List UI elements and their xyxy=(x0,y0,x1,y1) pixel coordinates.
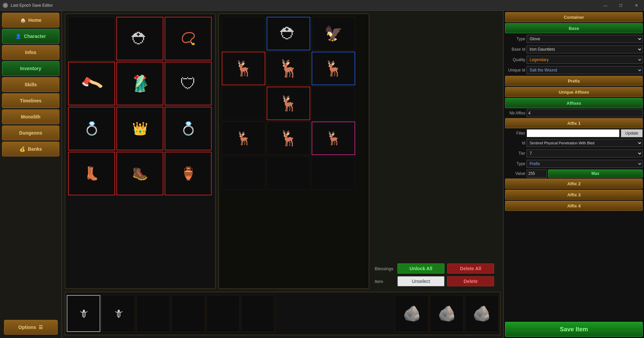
equip-slot-helm[interactable]: ⛑ xyxy=(267,17,310,50)
value-row: Value Max xyxy=(505,170,643,178)
equip-slot-chest[interactable]: 🦌 xyxy=(267,52,310,85)
equip-slot-empty1[interactable] xyxy=(222,17,265,50)
bank-cell-0[interactable]: 🗡 xyxy=(67,295,100,332)
affix3-button[interactable]: Affix 3 xyxy=(505,190,643,200)
ring-item-icon: 💍 xyxy=(84,121,100,136)
value-label: Value xyxy=(505,171,525,176)
sidebar-item-inventory[interactable]: Inventory xyxy=(2,61,59,76)
inv-cell-5[interactable]: 🛡 xyxy=(165,62,212,105)
delete-all-button[interactable]: Delete All xyxy=(447,263,494,274)
inv-cell-6[interactable]: 💍 xyxy=(68,107,115,150)
bank-cell-rock3[interactable]: 🪨 xyxy=(465,295,498,332)
bank-cell-2[interactable] xyxy=(137,295,170,332)
unselect-button[interactable]: Unselect xyxy=(397,276,444,286)
bank-cell-5[interactable] xyxy=(241,295,275,332)
nb-affixes-label: Nb Affixs xyxy=(505,111,525,115)
app-icon xyxy=(3,3,8,8)
bank-cell-3[interactable] xyxy=(171,295,205,332)
weapon-item-icon: 🪓 xyxy=(79,71,104,96)
base-id-select[interactable]: Iron Gauntlets xyxy=(527,45,643,53)
affix-type-label: Type xyxy=(505,161,525,166)
tier-select[interactable]: 7 6 5 4 3 2 1 xyxy=(527,149,643,157)
inv-cell-9[interactable]: 👢 xyxy=(68,152,115,195)
sidebar-character-label: Character xyxy=(24,34,46,39)
nb-affixes-input[interactable] xyxy=(527,109,643,117)
quality-select[interactable]: Common Magic Rare Exalted Legendary xyxy=(527,56,643,64)
inv-cell-3[interactable]: 🪓 xyxy=(68,62,115,105)
inv-cell-2[interactable]: 📿 xyxy=(165,17,212,60)
equip-slot-empty5[interactable] xyxy=(267,156,310,190)
inv-cell-11[interactable]: 🏺 xyxy=(165,152,212,195)
unique-id-field-row: Unique Id Salt the Wound xyxy=(505,65,643,75)
bank-cell-4[interactable] xyxy=(206,295,240,332)
options-button[interactable]: Options ☰ xyxy=(4,320,58,335)
equip-slot-empty4[interactable] xyxy=(222,156,265,190)
content-area: ⛑ 📿 🪓 🥻 🛡 💍 xyxy=(62,11,503,338)
type-select[interactable]: Glove Helmet Body Armour Boots Ring Amul… xyxy=(527,35,643,43)
equip-helm-icon: ⛑ xyxy=(280,24,297,43)
sidebar-item-monolith[interactable]: Monolith xyxy=(2,109,59,124)
maximize-button[interactable]: ☐ xyxy=(613,0,629,11)
close-button[interactable]: ✕ xyxy=(629,0,644,11)
value-input[interactable] xyxy=(527,170,547,178)
max-button[interactable]: Max xyxy=(548,170,643,178)
delete-button[interactable]: Delete xyxy=(447,276,494,286)
affix4-button[interactable]: Affix 4 xyxy=(505,201,643,211)
bank-rock2-icon: 🪨 xyxy=(438,305,456,322)
equip-slot-empty6[interactable] xyxy=(312,156,355,190)
unlock-all-button[interactable]: Unlock All xyxy=(397,263,444,274)
bank-cell-rock2[interactable]: 🪨 xyxy=(430,295,464,332)
equip-slot-glove-right[interactable]: 🦌 xyxy=(312,52,355,85)
inv-cell-7[interactable]: 👑 xyxy=(116,107,163,150)
equip-slot-glove-left[interactable]: 🦌 xyxy=(222,52,265,85)
unique-affixes-button[interactable]: Unique Affixes xyxy=(505,87,643,97)
home-icon: 🏠 xyxy=(20,17,26,23)
bank-item-0-icon: 🗡 xyxy=(78,307,89,320)
sidebar-item-banks[interactable]: 💰 Banks xyxy=(2,142,59,156)
save-item-button[interactable]: Save Item xyxy=(505,322,643,337)
sidebar-item-skills[interactable]: Skills xyxy=(2,77,59,92)
equip-slot-ring2[interactable]: 🦌 xyxy=(312,122,355,155)
inv-cell-10[interactable]: 🥾 xyxy=(116,152,163,195)
minimize-button[interactable]: — xyxy=(598,0,613,11)
equip-slot-belt[interactable]: 🦌 xyxy=(267,87,310,120)
character-icon: 👤 xyxy=(15,34,21,39)
equip-slot-ring1[interactable]: 🦌 xyxy=(222,122,265,155)
bank-cell-rock1[interactable]: 🪨 xyxy=(395,295,429,332)
bank-rock1-icon: 🪨 xyxy=(403,305,421,322)
filter-row: Filter Update xyxy=(505,129,643,137)
window-controls: — ☐ ✕ xyxy=(598,0,644,11)
equip-ring2-icon: 🦌 xyxy=(326,131,341,146)
update-button[interactable]: Update xyxy=(621,129,643,137)
equip-boots-icon: 🦌 xyxy=(279,130,298,147)
boots1-item-icon: 👢 xyxy=(84,166,100,181)
filter-input[interactable] xyxy=(527,129,620,137)
base-id-label: Base Id xyxy=(505,47,525,52)
sidebar-item-dungeons[interactable]: Dungeons xyxy=(2,126,59,140)
sidebar-item-character[interactable]: 👤 Character xyxy=(2,29,59,44)
sidebar-item-infos[interactable]: Infos xyxy=(2,45,59,60)
equip-slot-empty3[interactable] xyxy=(312,87,355,120)
affix1-button[interactable]: Affix 1 xyxy=(505,118,643,128)
inv-cell-8[interactable]: 💍 xyxy=(165,107,212,150)
inv-cell-1[interactable]: ⛑ xyxy=(116,17,163,60)
affixes-button[interactable]: Affixes xyxy=(505,98,643,108)
affix2-button[interactable]: Affix 2 xyxy=(505,179,643,189)
container-button[interactable]: Container xyxy=(505,12,643,22)
sidebar-dungeons-label: Dungeons xyxy=(19,130,42,136)
base-button[interactable]: Base xyxy=(505,23,643,33)
equip-slot-offhand-top[interactable]: 🦅 xyxy=(312,17,355,50)
bank-cell-1[interactable]: 🗡 xyxy=(102,295,135,332)
affix-id-select[interactable]: Sentinel Physical Penetration With Bled xyxy=(527,139,643,147)
right-panel: Container Base Type Glove Helmet Body Ar… xyxy=(503,11,644,338)
item-label: Item xyxy=(375,279,395,284)
inv-cell-4[interactable]: 🥻 xyxy=(116,62,163,105)
equip-slot-boots[interactable]: 🦌 xyxy=(267,122,310,155)
sidebar-item-timelines[interactable]: Timelines xyxy=(2,93,59,108)
unique-id-select[interactable]: Salt the Wound xyxy=(527,66,643,74)
inv-cell-0[interactable] xyxy=(68,17,115,60)
sidebar-item-home[interactable]: 🏠 Home xyxy=(2,13,59,28)
prefix-button[interactable]: Prefix xyxy=(505,76,643,86)
affix-type-select[interactable]: Prefix Suffix xyxy=(527,160,643,168)
equip-slot-empty2[interactable] xyxy=(222,87,265,120)
